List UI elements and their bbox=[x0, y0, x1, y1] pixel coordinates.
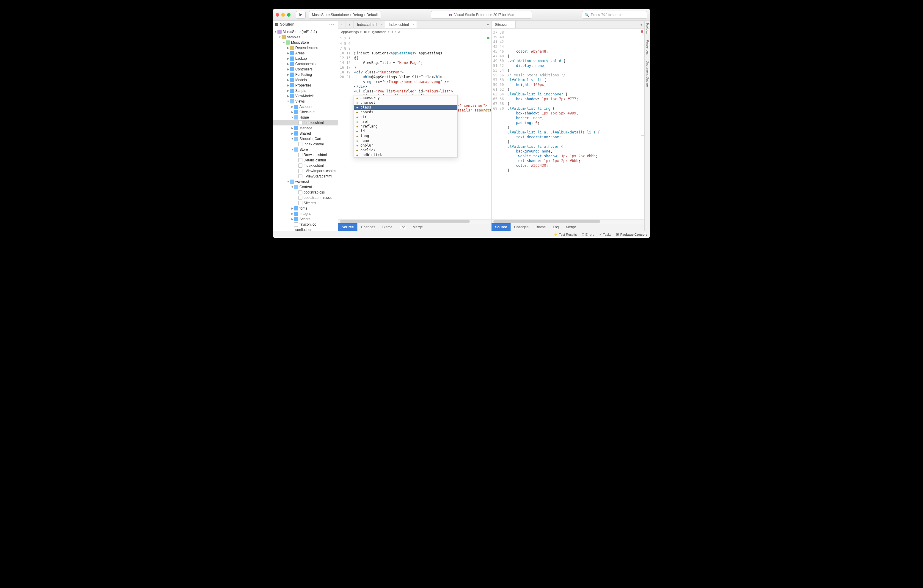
horizontal-scrollbar[interactable] bbox=[491, 219, 645, 223]
view-tab-merge[interactable]: Merge bbox=[409, 223, 426, 231]
editor-tab[interactable]: Index.cshtml× bbox=[353, 21, 385, 28]
close-tab-icon[interactable]: × bbox=[381, 23, 383, 26]
autocomplete-item[interactable]: ◆coords bbox=[354, 110, 457, 115]
run-button[interactable] bbox=[296, 11, 305, 19]
tree-folder[interactable]: ▶Account bbox=[273, 104, 338, 109]
tree-folder[interactable]: ▼Store bbox=[273, 147, 338, 152]
close-tab-icon[interactable]: × bbox=[511, 23, 513, 26]
properties-pad[interactable]: Properties bbox=[646, 40, 649, 55]
view-tab-log[interactable]: Log bbox=[396, 223, 409, 231]
autocomplete-item[interactable]: ◆href bbox=[354, 119, 457, 124]
tree-folder[interactable]: ▼samples bbox=[273, 34, 338, 40]
view-tab-blame[interactable]: Blame bbox=[379, 223, 396, 231]
tree-file[interactable]: _ViewStart.cshtml bbox=[273, 174, 338, 179]
tree-folder[interactable]: ▶ForTesting bbox=[273, 72, 338, 77]
tree-folder[interactable]: ▼MusicStore bbox=[273, 40, 338, 45]
tree-folder[interactable]: ▶Controllers bbox=[273, 67, 338, 72]
tree-folder[interactable]: ▶Models bbox=[273, 77, 338, 83]
tree-folder[interactable]: ▶Scripts bbox=[273, 88, 338, 94]
nav-back-button[interactable]: ‹ bbox=[338, 21, 346, 28]
tree-folder[interactable]: ▶Images bbox=[273, 211, 338, 217]
tree-file[interactable]: Index.cshtml bbox=[273, 141, 338, 147]
tree-folder[interactable]: ▼ShoppingCart bbox=[273, 136, 338, 141]
tree-folder[interactable]: ▶Properties bbox=[273, 83, 338, 88]
tree-file[interactable]: _ViewImports.cshtml bbox=[273, 168, 338, 174]
attribute-icon: ◆ bbox=[356, 149, 358, 152]
tree-file[interactable]: Index.cshtml bbox=[273, 120, 338, 125]
intellisense-popup[interactable]: ◆accesskey◆charset◆class◆coords◆dir◆href… bbox=[353, 95, 458, 158]
minimize-icon[interactable] bbox=[281, 13, 285, 16]
autocomplete-item[interactable]: ◆class bbox=[354, 105, 457, 110]
test-results-button[interactable]: ⚡Test Results bbox=[553, 232, 577, 237]
zoom-icon[interactable] bbox=[287, 13, 291, 16]
close-icon[interactable] bbox=[276, 13, 279, 16]
autocomplete-item[interactable]: ◆onblur bbox=[354, 143, 457, 148]
breadcrumb-item[interactable]: AppSettings bbox=[341, 30, 359, 34]
editor-tab[interactable]: Site.css× bbox=[491, 21, 516, 28]
autocomplete-item[interactable]: ◆charset bbox=[354, 100, 457, 105]
tree-folder[interactable]: ▶ViewModels bbox=[273, 94, 338, 99]
nav-forward-button[interactable]: › bbox=[346, 21, 353, 28]
attribute-icon: ◆ bbox=[356, 106, 358, 109]
autocomplete-item[interactable]: ◆accesskey bbox=[354, 95, 457, 100]
view-tab-changes[interactable]: Changes bbox=[511, 223, 532, 231]
autocomplete-item[interactable]: ◆name bbox=[354, 138, 457, 143]
tree-folder[interactable]: ▼Content bbox=[273, 184, 338, 190]
tree-folder[interactable]: ▶Checkout bbox=[273, 109, 338, 115]
document-outline-pad[interactable]: Document Outline bbox=[646, 61, 649, 87]
global-search[interactable]: 🔍 Press '⌘.' to search bbox=[582, 11, 647, 19]
breadcrumb-item[interactable]: a bbox=[399, 30, 400, 34]
tree-folder[interactable]: ▶Areas bbox=[273, 51, 338, 56]
errors-button[interactable]: ⊘Errors bbox=[581, 232, 595, 237]
tree-file[interactable]: bootstrap.css bbox=[273, 190, 338, 195]
autocomplete-item[interactable]: ◆id bbox=[354, 129, 457, 133]
code-area[interactable]: color: #b94a48;}.validation-summary-vali… bbox=[506, 28, 645, 219]
tree-folder[interactable]: ▶fonts bbox=[273, 206, 338, 211]
view-tab-source[interactable]: Source bbox=[338, 223, 357, 231]
close-tab-icon[interactable]: × bbox=[412, 23, 414, 26]
run-target-selector[interactable]: MusicStore.Standalone › Debug › Default bbox=[309, 11, 381, 19]
autocomplete-item[interactable]: ◆onclick bbox=[354, 148, 457, 153]
file-icon bbox=[298, 158, 302, 162]
editor-tab[interactable]: Index.cshtml× bbox=[385, 21, 417, 28]
tree-file[interactable]: Browse.cshtml bbox=[273, 152, 338, 158]
tree-folder[interactable]: ▶Manage bbox=[273, 125, 338, 131]
tree-folder[interactable]: ▼Views bbox=[273, 99, 338, 104]
tree-folder[interactable]: ▶Components bbox=[273, 61, 338, 67]
tree-file[interactable]: favicon.ico bbox=[273, 222, 338, 227]
tree-folder[interactable]: ▼wwwroot bbox=[273, 179, 338, 184]
view-tab-changes[interactable]: Changes bbox=[357, 223, 379, 231]
view-tab-blame[interactable]: Blame bbox=[532, 223, 549, 231]
autocomplete-item[interactable]: ◆lang bbox=[354, 133, 457, 138]
view-tab-log[interactable]: Log bbox=[549, 223, 562, 231]
solution-root[interactable]: ▼ MusicStore (rel/1.1.1) bbox=[273, 29, 338, 34]
editor-right: Site.css× ▾ 37 38 39 40 41 42 43 44 45 4… bbox=[491, 21, 645, 231]
autocomplete-item[interactable]: ◆dir bbox=[354, 115, 457, 119]
breadcrumb-item[interactable]: ul bbox=[364, 30, 367, 34]
tab-overflow-button[interactable]: ▾ bbox=[638, 21, 644, 28]
tree-folder[interactable]: ▶backup bbox=[273, 56, 338, 61]
horizontal-scrollbar[interactable] bbox=[338, 219, 491, 223]
tree-folder[interactable]: ▶Scripts bbox=[273, 217, 338, 222]
tree-file[interactable]: config.json bbox=[273, 227, 338, 231]
tree-file[interactable]: bootstrap.min.css bbox=[273, 195, 338, 200]
tree-file[interactable]: Index.cshtml bbox=[273, 163, 338, 168]
autocomplete-item[interactable]: ◆ondblclick bbox=[354, 153, 457, 157]
tree-folder[interactable]: ▶Shared bbox=[273, 131, 338, 136]
package-console-button[interactable]: ▣Package Console bbox=[616, 232, 647, 237]
breadcrumb-item[interactable]: @foreach bbox=[372, 30, 386, 34]
editor-breadcrumb[interactable]: AppSettings▸ul▸@foreach▸li▸a bbox=[338, 28, 491, 35]
breadcrumb-item[interactable]: li bbox=[392, 30, 393, 34]
tree-folder[interactable]: ▶Dependencies bbox=[273, 45, 338, 51]
panel-options-icon[interactable]: ▭ × bbox=[328, 23, 335, 26]
view-tab-merge[interactable]: Merge bbox=[562, 223, 580, 231]
toolbox-pad[interactable]: Toolbox bbox=[646, 23, 649, 34]
tree-folder[interactable]: ▼Home bbox=[273, 115, 338, 120]
view-tab-source[interactable]: Source bbox=[491, 223, 511, 231]
tree-file[interactable]: Site.css bbox=[273, 200, 338, 206]
solution-tree[interactable]: ▼ MusicStore (rel/1.1.1) ▼samples▼MusicS… bbox=[273, 28, 338, 231]
tasks-button[interactable]: ✓Tasks bbox=[599, 232, 611, 237]
autocomplete-item[interactable]: ◆hreflang bbox=[354, 124, 457, 129]
tab-overflow-button[interactable]: ▾ bbox=[485, 21, 491, 28]
tree-file[interactable]: Details.cshtml bbox=[273, 158, 338, 163]
